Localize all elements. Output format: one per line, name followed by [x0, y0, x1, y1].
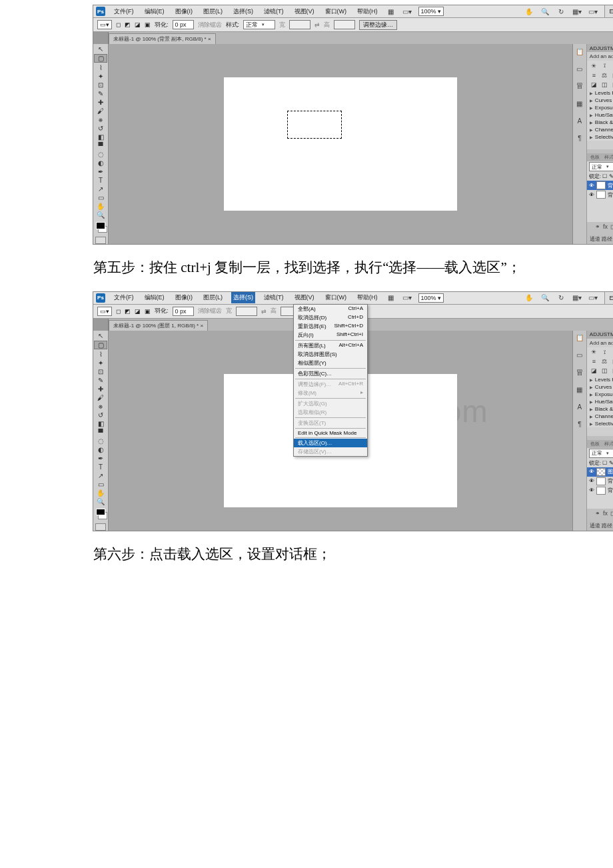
menu-item[interactable]: 色彩范围(C)… — [294, 369, 367, 378]
menu-view[interactable]: 视图(V) — [293, 6, 316, 17]
brush-tool-icon[interactable]: 🖌 — [95, 107, 107, 115]
selection-mode-sub-icon[interactable]: ◪ — [135, 308, 141, 315]
screenmode-icon[interactable]: ▭▾ — [588, 7, 598, 16]
move-tool-icon[interactable]: ↖ — [95, 332, 107, 339]
type-tool-icon[interactable]: T — [95, 463, 107, 471]
char-panel-icon[interactable]: 冒 — [574, 368, 585, 377]
menu-item[interactable]: 重新选择(E)Shift+Ctrl+D — [294, 322, 367, 331]
preset-toggle-icon[interactable]: ⇵ — [587, 141, 613, 149]
pen-tool-icon[interactable]: ✒ — [95, 455, 107, 462]
hand-tool-icon[interactable]: ✋ — [95, 489, 107, 497]
hue-icon[interactable]: ≡ — [590, 358, 598, 365]
active-tool-icon[interactable]: ▭▾ — [97, 307, 112, 316]
bridge-icon[interactable]: ▦ — [386, 7, 396, 16]
para-panel-icon[interactable]: A — [574, 403, 585, 412]
menu-select[interactable]: 选择(S) — [231, 6, 255, 17]
visibility-icon[interactable]: 👁 — [589, 183, 594, 189]
arrange-icon[interactable]: ▦▾ — [572, 7, 582, 16]
menu-image[interactable]: 图像(I) — [173, 6, 195, 17]
eraser-tool-icon[interactable]: ◧ — [95, 133, 107, 141]
visibility-icon[interactable]: 👁 — [589, 478, 594, 484]
preset-huesat[interactable]: ▶Hue/Saturation Presets — [587, 111, 613, 119]
layer-row[interactable]: 👁 背景 副本 — [587, 181, 613, 190]
menu-item[interactable]: 载入选区(O)… — [294, 439, 367, 447]
eyedropper-tool-icon[interactable]: ✎ — [95, 90, 107, 97]
mask-icon[interactable]: ◻ — [610, 223, 613, 233]
selection-mode-add-icon[interactable]: ◩ — [125, 21, 131, 28]
stamp-tool-icon[interactable]: ⎈ — [95, 403, 107, 410]
foreground-color-icon[interactable] — [96, 222, 105, 229]
layer-row[interactable]: 👁 背景 — [587, 190, 613, 199]
invert-icon[interactable]: ◪ — [590, 367, 598, 375]
preset-curves[interactable]: ▶Curves Presets — [587, 97, 613, 104]
preset-exposure[interactable]: ▶Exposure Presets — [587, 391, 613, 398]
layer-row[interactable]: 👁 图层 1 — [587, 467, 613, 477]
wand-tool-icon[interactable]: ✦ — [95, 359, 107, 367]
preset-huesat[interactable]: ▶Hue/Saturation Presets — [587, 398, 613, 405]
visibility-icon[interactable]: 👁 — [589, 192, 594, 198]
menu-edit[interactable]: 编辑(E) — [143, 292, 167, 303]
selection-mode-new-icon[interactable]: ◻ — [116, 308, 121, 315]
layer-row[interactable]: 👁 背景 副本 — [587, 477, 613, 486]
document-tab[interactable]: 未标题-1 @ 100% (图层 1, RGB/8) * × — [109, 320, 208, 331]
gradient-tool-icon[interactable]: ▀ — [95, 142, 107, 149]
menu-help[interactable]: 帮助(H) — [355, 6, 380, 17]
post-icon[interactable]: ◫ — [600, 81, 609, 88]
fx-icon[interactable]: fx — [603, 510, 608, 519]
zoom-level[interactable]: 100% ▾ — [418, 7, 444, 16]
brightness-icon[interactable]: ☀ — [590, 349, 598, 356]
screen-mode-icon[interactable]: ▭▾ — [402, 7, 412, 16]
history-panel-icon[interactable]: 📋 — [574, 47, 585, 56]
gradient-tool-icon[interactable]: ▀ — [95, 429, 107, 436]
adjustments-panel-header[interactable]: ADJUSTMENTS MASKS — [587, 44, 613, 52]
para2-panel-icon[interactable]: ¶ — [574, 420, 585, 429]
menu-filter[interactable]: 滤镜(T) — [262, 292, 286, 303]
menu-layer[interactable]: 图层(L) — [201, 6, 225, 17]
quickmask-icon[interactable] — [95, 237, 106, 244]
visibility-icon[interactable]: 👁 — [589, 487, 594, 493]
anti-alias-check[interactable]: 消除锯齿 — [198, 21, 222, 29]
blur-tool-icon[interactable]: ◌ — [95, 437, 107, 445]
feather-input[interactable]: 0 px — [173, 20, 194, 29]
menu-layer[interactable]: 图层(L) — [201, 292, 225, 303]
preset-selcol[interactable]: ▶Selective Color Presets — [587, 420, 613, 427]
menu-file[interactable]: 文件(F) — [112, 6, 136, 17]
foreground-color-icon[interactable] — [96, 509, 105, 516]
preset-selcol[interactable]: ▶Selective Color Presets — [587, 133, 613, 141]
screen-mode-icon[interactable]: ▭▾ — [402, 293, 412, 303]
wand-tool-icon[interactable]: ✦ — [95, 73, 107, 80]
menu-item[interactable]: 所有图层(L)Alt+Ctrl+A — [294, 341, 367, 350]
preset-bw[interactable]: ▶Black & White Presets — [587, 119, 613, 126]
zoom-tool-icon[interactable]: 🔍 — [540, 7, 550, 16]
blur-tool-icon[interactable]: ◌ — [95, 151, 107, 158]
feather-input[interactable]: 0 px — [173, 307, 194, 316]
invert-icon[interactable]: ◪ — [590, 81, 598, 88]
document-tab[interactable]: 未标题-1 @ 100% (背景 副本, RGB/8) * × — [109, 33, 216, 44]
link-icon[interactable]: ⚭ — [595, 223, 600, 233]
path-tool-icon[interactable]: ↗ — [95, 472, 107, 479]
tab-styles[interactable]: 样式 — [603, 154, 613, 161]
para-panel-icon[interactable]: A — [574, 116, 585, 125]
menu-item[interactable]: Edit in Quick Mask Mode — [294, 429, 367, 437]
history-brush-tool-icon[interactable]: ↺ — [95, 125, 107, 132]
blend-mode-select[interactable]: 正常 — [589, 162, 613, 171]
image-panel-icon[interactable]: ▭ — [574, 351, 585, 360]
levels-icon[interactable]: ⟟ — [600, 349, 609, 356]
selection-mode-new-icon[interactable]: ◻ — [116, 21, 121, 28]
hand-tool-icon[interactable]: ✋ — [95, 203, 107, 210]
pen-tool-icon[interactable]: ✒ — [95, 168, 107, 175]
layer-row[interactable]: 👁 背景 — [587, 486, 613, 495]
lasso-tool-icon[interactable]: ⌇ — [95, 351, 107, 358]
workspace-switcher[interactable]: ESSENTIALS — [604, 5, 613, 17]
menu-item[interactable]: 取消选择(D)Ctrl+D — [294, 313, 367, 322]
bridge-icon[interactable]: ▦ — [386, 293, 396, 303]
selection-mode-int-icon[interactable]: ▣ — [145, 308, 151, 315]
quickmask-icon[interactable] — [95, 523, 106, 531]
move-tool-icon[interactable]: ↖ — [95, 45, 107, 53]
link-icon[interactable]: ⚭ — [595, 510, 600, 519]
menu-item[interactable]: 全部(A)Ctrl+A — [294, 305, 367, 313]
colbal-icon[interactable]: ⚖ — [600, 358, 609, 365]
rotate-view-icon[interactable]: ↻ — [556, 7, 566, 16]
tab-swatches[interactable]: 色板 — [589, 154, 601, 161]
marquee-tool-icon[interactable]: ▢ — [94, 54, 107, 63]
